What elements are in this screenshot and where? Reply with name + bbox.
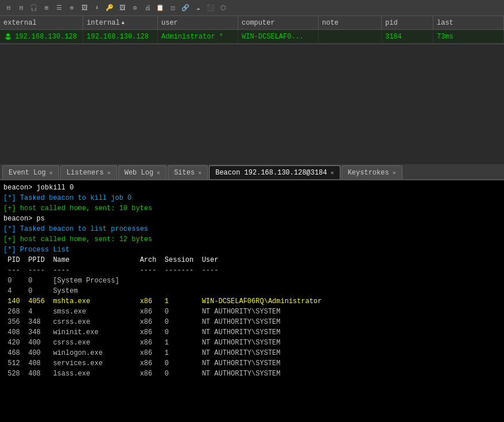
toolbar-icon-clipboard[interactable]: 📋 [155, 3, 165, 13]
terminal-line: beacon> jobkill 0 [3, 183, 501, 193]
toolbar-icon-grid[interactable]: ⊞ [41, 3, 52, 13]
cell-internal: 192.168.130.128 [83, 30, 158, 43]
svg-rect-2 [6, 38, 10, 40]
col-header-pid[interactable]: pid [382, 16, 433, 29]
terminal-line: 512 408 services.exe x86 0 NT AUTHORITY\… [3, 358, 501, 369]
tab-beacon[interactable]: Beacon 192.168.130.128@3184 ✕ [209, 165, 340, 179]
toolbar-icon-1[interactable]: ⊟ [3, 3, 14, 13]
col-header-user[interactable]: user [158, 16, 238, 29]
toolbar-icon-hex[interactable]: ⬡ [218, 3, 228, 13]
terminal-line: [*] Tasked beacon to list processes [3, 224, 501, 234]
tab-event-log[interactable]: Event Log ✕ [2, 165, 59, 179]
col-header-last[interactable]: last [433, 16, 504, 29]
terminal-line: 268 4 smss.exe x86 0 NT AUTHORITY\SYSTEM [3, 307, 501, 317]
terminal-line: --- ---- ---- ---- ------- ---- [3, 265, 501, 276]
tab-close-web-log[interactable]: ✕ [157, 169, 160, 176]
tab-close-event-log[interactable]: ✕ [49, 169, 53, 176]
table-row[interactable]: 192.168.130.128 192.168.130.128 Administ… [0, 30, 504, 44]
terminal-line: PID PPID Name Arch Session User [3, 255, 501, 265]
terminal-line: 140 4056 mshta.exe x86 1 WIN-DCSELAF06RQ… [3, 296, 501, 307]
col-header-computer[interactable]: computer [238, 16, 319, 29]
cell-note [319, 30, 382, 43]
cell-computer: WIN-DCSELAF0... [238, 30, 319, 43]
cell-external: 192.168.130.128 [0, 30, 83, 43]
tab-close-listeners[interactable]: ✕ [107, 169, 111, 176]
terminal-line: [*] Process List [3, 245, 501, 255]
terminal-line: 528 408 lsass.exe x86 0 NT AUTHORITY\SYS… [3, 369, 501, 379]
tab-listeners[interactable]: Listeners ✕ [60, 165, 117, 179]
toolbar-icon-key[interactable]: 🔑 [104, 3, 115, 13]
svg-point-0 [6, 33, 10, 37]
toolbar-icon-list[interactable]: ☰ [54, 3, 64, 13]
tab-bar: Event Log ✕ Listeners ✕ Web Log ✕ Sites … [0, 164, 504, 180]
sessions-area: external internal ▲ user computer note p… [0, 16, 504, 44]
tab-close-sites[interactable]: ✕ [198, 169, 201, 176]
toolbar-icon-image[interactable]: 🖼 [79, 3, 90, 13]
col-header-internal[interactable]: internal ▲ [83, 16, 158, 29]
col-header-external[interactable]: external [0, 16, 83, 29]
toolbar-icon-link[interactable]: 🔗 [180, 3, 191, 13]
toolbar-icon-2[interactable]: ⊟ [16, 3, 26, 13]
terminal-line: [+] host called home, sent: 12 bytes [3, 234, 501, 245]
cell-user: Administrator * [158, 30, 238, 43]
toolbar-icon-download[interactable]: ⬇ [92, 3, 102, 13]
terminal-line: [*] Tasked beacon to kill job 0 [3, 193, 501, 203]
tab-keystrokes[interactable]: Keystrokes ✕ [342, 165, 402, 179]
svg-rect-1 [5, 37, 11, 38]
toolbar: ⊟ ⊟ 🎧 ⊞ ☰ ⊕ 🖼 ⬇ 🔑 🖼 ⚙ 🖨 📋 ◫ 🔗 ☁ ⬛ ⬡ [0, 0, 504, 16]
sort-arrow-internal: ▲ [122, 20, 125, 26]
toolbar-icon-headset[interactable]: 🎧 [29, 3, 39, 13]
terminal-line: 0 0 [System Process] [3, 276, 501, 286]
tab-close-keystrokes[interactable]: ✕ [393, 169, 396, 176]
empty-space [0, 44, 504, 164]
toolbar-icon-cloud[interactable]: ☁ [193, 3, 203, 13]
cell-pid: 3184 [382, 30, 433, 43]
tab-sites[interactable]: Sites ✕ [168, 165, 208, 179]
cell-last: 73ms [433, 30, 504, 43]
terminal-line: 408 348 wininit.exe x86 0 NT AUTHORITY\S… [3, 327, 501, 338]
terminal-line: 420 400 csrss.exe x86 1 NT AUTHORITY\SYS… [3, 338, 501, 348]
toolbar-icon-gear[interactable]: ⚙ [130, 3, 140, 13]
toolbar-icon-target[interactable]: ⊕ [67, 3, 77, 13]
toolbar-icon-box[interactable]: ⬛ [206, 3, 216, 13]
sessions-table-header: external internal ▲ user computer note p… [0, 16, 504, 30]
toolbar-icon-image2[interactable]: 🖼 [117, 3, 127, 13]
tab-web-log[interactable]: Web Log ✕ [118, 165, 166, 179]
terminal-line: 356 348 csrss.exe x86 0 NT AUTHORITY\SYS… [3, 317, 501, 327]
terminal-line: beacon> ps [3, 214, 501, 224]
toolbar-icon-window[interactable]: ◫ [168, 3, 178, 13]
col-header-note[interactable]: note [319, 16, 382, 29]
terminal-line: 468 400 winlogon.exe x86 1 NT AUTHORITY\… [3, 348, 501, 358]
toolbar-icon-print[interactable]: 🖨 [142, 3, 153, 13]
terminal-line: 4 0 System [3, 286, 501, 296]
tab-close-beacon[interactable]: ✕ [331, 169, 334, 176]
terminal-line: [+] host called home, sent: 10 bytes [3, 203, 501, 214]
session-icon [3, 32, 13, 41]
beacon-terminal[interactable]: beacon> jobkill 0[*] Tasked beacon to ki… [0, 180, 504, 422]
